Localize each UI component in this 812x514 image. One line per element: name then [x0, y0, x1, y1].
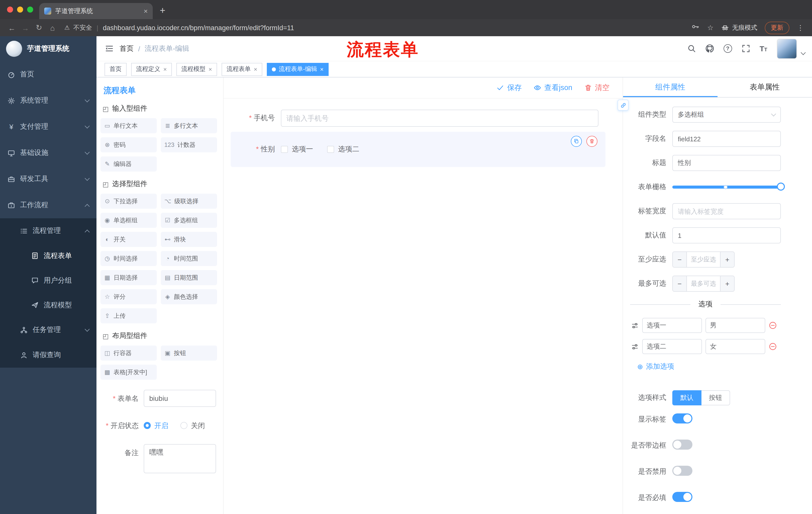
form-name-input[interactable]: [144, 390, 216, 407]
tab-form-props[interactable]: 表单属性: [718, 77, 812, 97]
max-select-input[interactable]: [687, 276, 720, 291]
component-item-row-container[interactable]: ◫行容器: [100, 346, 157, 360]
sidebar-item-task-manage[interactable]: 任务管理: [0, 317, 96, 343]
component-item-color-picker[interactable]: ◈颜色选择: [161, 289, 217, 304]
component-item-upload[interactable]: ⇪上传: [100, 308, 157, 323]
tag-process-form[interactable]: 流程表单 ×: [222, 63, 262, 76]
browser-menu-icon[interactable]: ⋮: [797, 24, 804, 32]
sidebar-item-system[interactable]: 系统管理: [0, 87, 96, 114]
window-minimize-button[interactable]: [17, 6, 23, 12]
plus-button[interactable]: +: [720, 252, 734, 267]
style-button-button[interactable]: 按钮: [701, 390, 730, 405]
browser-tab[interactable]: 芋道管理系统 ×: [39, 3, 153, 19]
tag-close-icon[interactable]: ×: [254, 65, 257, 73]
title-input[interactable]: [672, 155, 781, 171]
tag-process-definition[interactable]: 流程定义 ×: [131, 63, 172, 76]
component-item-multi-text[interactable]: ≣多行文本: [161, 118, 217, 133]
sidebar-item-workflow[interactable]: 工作流程: [0, 192, 96, 218]
view-json-button[interactable]: 查看json: [534, 83, 572, 92]
tag-process-form-edit[interactable]: 流程表单-编辑 ×: [267, 63, 329, 76]
tag-home[interactable]: 首页: [105, 63, 127, 76]
clear-button[interactable]: 清空: [584, 83, 609, 92]
disabled-switch[interactable]: [672, 466, 692, 476]
new-tab-button[interactable]: +: [160, 5, 165, 16]
slider-handle[interactable]: [777, 183, 785, 191]
default-value-input[interactable]: [672, 227, 781, 243]
component-item-select[interactable]: ⊙下拉选择: [100, 194, 157, 209]
style-default-button[interactable]: 默认: [672, 390, 701, 405]
plus-button[interactable]: +: [720, 276, 734, 291]
status-radio-off[interactable]: 关闭: [180, 417, 205, 434]
avatar-caret-icon[interactable]: [801, 50, 806, 55]
drag-handle-icon[interactable]: [631, 343, 639, 350]
component-item-radio-group[interactable]: ◉单选框组: [100, 213, 157, 228]
component-item-time-picker[interactable]: ◷时间选择: [100, 251, 157, 266]
help-icon[interactable]: ?: [723, 44, 732, 53]
tab-component-props[interactable]: 组件属性: [623, 77, 718, 97]
option-label-input[interactable]: [642, 318, 702, 333]
component-item-switch[interactable]: ◐开关: [100, 232, 157, 247]
component-item-cascader[interactable]: ⌥级联选择: [161, 194, 217, 209]
back-button[interactable]: ←: [5, 23, 19, 32]
sidebar-item-process-manage[interactable]: 流程管理: [0, 218, 96, 243]
minus-button[interactable]: −: [673, 276, 687, 291]
sidebar-item-leave-query[interactable]: 请假查询: [0, 343, 96, 368]
user-avatar[interactable]: [777, 38, 797, 59]
show-label-switch[interactable]: [672, 413, 692, 424]
search-icon[interactable]: [687, 44, 696, 53]
component-item-date-range[interactable]: ▤日期范围: [161, 270, 217, 285]
min-select-input[interactable]: [687, 252, 720, 267]
canvas-field-gender-selected[interactable]: 性别 选项一 选项二: [231, 132, 606, 167]
component-item-checkbox-group[interactable]: ☑多选框组: [161, 213, 217, 228]
gender-option-2[interactable]: 选项二: [327, 145, 359, 154]
sidebar-item-payment[interactable]: ¥ 支付管理: [0, 114, 96, 140]
sidebar-logo[interactable]: 芋道管理系统: [0, 36, 96, 61]
slider-track[interactable]: [672, 186, 781, 189]
tag-close-icon[interactable]: ×: [320, 65, 324, 73]
tab-close-icon[interactable]: ×: [144, 7, 148, 15]
minus-button[interactable]: −: [673, 252, 687, 267]
sidebar-item-user-group[interactable]: 用户分组: [0, 268, 96, 293]
tag-close-icon[interactable]: ×: [208, 65, 212, 73]
tag-process-model[interactable]: 流程模型 ×: [176, 63, 217, 76]
security-label[interactable]: 不安全: [74, 23, 92, 32]
home-button[interactable]: ⌂: [46, 23, 59, 32]
url-bar[interactable]: ⚠ 不安全 | dashboard.yudao.iocoder.cn/bpm/m…: [64, 23, 692, 32]
grid-slider[interactable]: [672, 179, 781, 195]
form-canvas[interactable]: 手机号: [224, 99, 622, 514]
gender-option-1[interactable]: 选项一: [281, 145, 313, 154]
bookmark-star-icon[interactable]: ☆: [707, 24, 714, 32]
fullscreen-icon[interactable]: [742, 44, 750, 53]
label-width-input[interactable]: [672, 203, 781, 219]
component-item-button[interactable]: ▣按钮: [161, 346, 217, 360]
status-radio-on[interactable]: 开启: [144, 417, 168, 434]
sidebar-item-devtools[interactable]: 研发工具: [0, 166, 96, 192]
window-zoom-button[interactable]: [27, 6, 33, 12]
component-item-date-picker[interactable]: ▦日期选择: [100, 270, 157, 285]
component-item-counter[interactable]: 123计数器: [161, 137, 217, 153]
sidebar-item-infrastructure[interactable]: 基础设施: [0, 140, 96, 166]
window-close-button[interactable]: [7, 6, 13, 12]
checkbox-icon[interactable]: [281, 146, 288, 153]
remove-option-icon[interactable]: [769, 343, 777, 351]
sidebar-item-home[interactable]: 首页: [0, 61, 96, 87]
component-item-rate[interactable]: ☆评分: [100, 289, 157, 304]
sidebar-fold-icon[interactable]: [105, 44, 113, 53]
component-item-password[interactable]: ⊗密码: [100, 137, 157, 153]
copy-field-button[interactable]: [571, 136, 582, 147]
reload-button[interactable]: ↻: [32, 23, 46, 32]
canvas-field-phone[interactable]: 手机号: [231, 110, 606, 127]
link-icon[interactable]: [617, 100, 629, 111]
add-option-button[interactable]: ⊕ 添加选项: [637, 362, 674, 371]
drag-handle-icon[interactable]: [631, 322, 639, 329]
border-switch[interactable]: [672, 439, 692, 450]
tag-close-icon[interactable]: ×: [163, 65, 167, 73]
component-type-select[interactable]: 多选框组: [672, 107, 781, 123]
option-value-input[interactable]: [705, 318, 765, 333]
component-item-slider[interactable]: ⊷滑块: [161, 232, 217, 247]
component-item-table[interactable]: ▩表格[开发中]: [100, 364, 157, 380]
form-remark-textarea[interactable]: 嘿嘿: [144, 444, 216, 473]
forward-button[interactable]: →: [19, 23, 32, 32]
component-item-editor[interactable]: ✎编辑器: [100, 156, 157, 171]
sidebar-item-process-form[interactable]: 流程表单: [0, 243, 96, 268]
